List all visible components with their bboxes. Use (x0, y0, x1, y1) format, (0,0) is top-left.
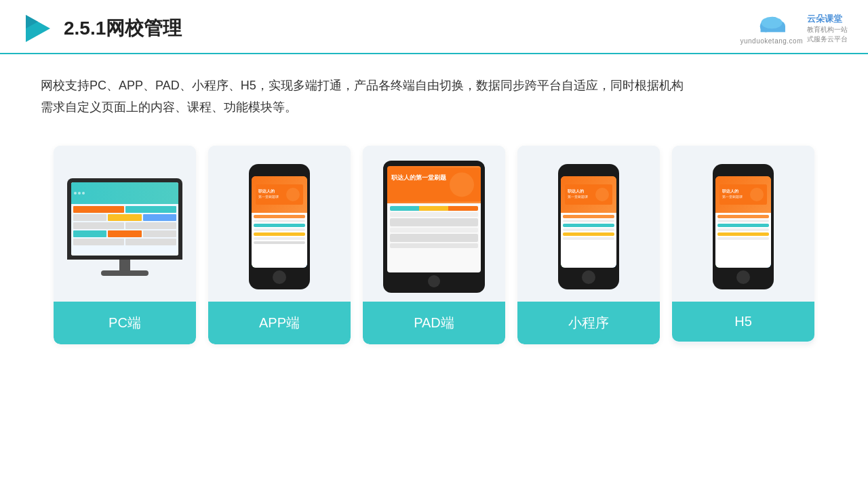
pad-row (390, 228, 478, 232)
phone-notch-h5 (733, 169, 753, 174)
pc-stand-base (101, 270, 149, 276)
header-left: 2.5.1网校管理 (20, 12, 182, 45)
svg-text:第一堂刷题课: 第一堂刷题课 (568, 195, 588, 199)
pc-row-4 (73, 230, 176, 237)
pad-row (390, 234, 478, 242)
pc-screen-body (71, 204, 178, 256)
card-app-image: 职达人的 第一堂刷题课 (208, 146, 351, 302)
card-miniapp: 职达人的 第一堂刷题课 小 (517, 146, 660, 344)
pad-row (390, 243, 478, 248)
phone-row (717, 215, 769, 218)
pad-screen-body (387, 203, 481, 272)
phone-screen-header-h5: 职达人的 第一堂刷题课 (715, 176, 771, 213)
pc-block (125, 206, 176, 213)
phone-row (254, 224, 305, 227)
description-block: 网校支持PC、APP、PAD、小程序、H5，实现多端打通，产品各终端自由切换，数… (0, 54, 868, 125)
page-title: 2.5.1网校管理 (64, 16, 182, 41)
svg-point-22 (750, 188, 764, 201)
phone-home-h5 (736, 270, 750, 284)
card-app: 职达人的 第一堂刷题课 (208, 146, 351, 344)
pc-block (73, 239, 124, 245)
brand-text: 云朵课堂 教育机构一站 式服务云平台 (807, 13, 848, 44)
phone-row (254, 241, 305, 244)
phone-screen-h5: 职达人的 第一堂刷题课 (715, 176, 771, 268)
card-pc: PC端 (54, 146, 196, 344)
pad-row (390, 206, 478, 211)
logo-arrow-icon (20, 12, 53, 45)
svg-text:职达人的: 职达人的 (258, 188, 275, 193)
phone-row (717, 224, 769, 227)
nav-dot-1 (74, 192, 77, 195)
phone-row (717, 228, 769, 231)
pc-mockup (67, 178, 182, 276)
phone-row (254, 232, 305, 236)
svg-point-14 (450, 173, 474, 197)
page-header: 2.5.1网校管理 ✦ yunduoketang.com 云朵课堂 教育机构一站… (0, 0, 868, 54)
pad-header-graphic: 职达人的第一堂刷题 (387, 166, 481, 203)
pc-block (73, 230, 106, 237)
pc-block (108, 230, 141, 237)
h5-header-graphic: 职达人的 第一堂刷题课 (719, 184, 767, 205)
phone-row (254, 215, 305, 218)
phone-mockup-h5: 职达人的 第一堂刷题课 (713, 164, 774, 289)
phone-screen-miniapp: 职达人的 第一堂刷题课 (561, 176, 616, 268)
pc-row-3 (73, 222, 176, 229)
card-pad-image: 职达人的第一堂刷题 (363, 146, 505, 302)
phone-screen-header-miniapp: 职达人的 第一堂刷题课 (561, 176, 616, 213)
pc-block (125, 222, 176, 229)
phone-row (717, 232, 769, 236)
pad-mockup: 职达人的第一堂刷题 (383, 161, 485, 293)
pc-block (143, 214, 176, 221)
phone-row (563, 220, 614, 222)
pc-block (73, 214, 106, 221)
card-app-label: APP端 (208, 302, 351, 344)
card-miniapp-image: 职达人的 第一堂刷题课 (517, 146, 660, 302)
svg-text:✦: ✦ (776, 15, 781, 20)
pc-screen (71, 182, 178, 256)
phone-row (717, 237, 769, 240)
svg-text:职达人的: 职达人的 (722, 188, 738, 193)
pc-stand-neck (119, 260, 130, 270)
pc-screen-top (71, 182, 178, 204)
brand-url: yunduoketang.com (740, 37, 803, 45)
svg-text:第一堂刷题课: 第一堂刷题课 (722, 195, 743, 199)
brand-name: 云朵课堂 (807, 13, 848, 25)
card-pad-label: PAD端 (363, 302, 505, 344)
pc-block (73, 222, 124, 229)
card-h5: 职达人的 第一堂刷题课 H (672, 146, 814, 344)
nav-dot-3 (82, 192, 85, 195)
phone-row (563, 224, 614, 227)
card-pc-image (54, 146, 196, 302)
phone-row (254, 220, 305, 222)
pc-row-5 (73, 239, 176, 245)
card-pad: 职达人的第一堂刷题 PAD端 (363, 146, 505, 344)
phone-row (254, 237, 305, 240)
svg-text:职达人的: 职达人的 (567, 188, 584, 193)
phone-row (563, 237, 614, 240)
phone-row (717, 220, 769, 222)
phone-screen-body-miniapp (561, 213, 616, 268)
description-line2: 需求自定义页面上的内容、课程、功能模块等。 (41, 96, 827, 118)
phone-header-graphic: 职达人的 第一堂刷题课 (256, 184, 303, 205)
card-miniapp-label: 小程序 (517, 302, 660, 344)
phone-row (254, 228, 305, 231)
phone-screen-header: 职达人的 第一堂刷题课 (252, 176, 307, 213)
phone-notch (269, 169, 290, 174)
brand-logo: ✦ yunduoketang.com 云朵课堂 教育机构一站 式服务云平台 (740, 13, 848, 45)
phone-home (273, 270, 286, 284)
pc-block (108, 214, 141, 221)
phone-row (563, 228, 614, 231)
brand-tagline-line1: 教育机构一站 (807, 25, 848, 35)
pad-home (428, 275, 440, 287)
phone-screen-app: 职达人的 第一堂刷题课 (252, 176, 307, 268)
miniapp-header-graphic: 职达人的 第一堂刷题课 (565, 184, 612, 205)
pad-row (390, 212, 478, 217)
pad-screen-header: 职达人的第一堂刷题 (387, 166, 481, 203)
pad-screen: 职达人的第一堂刷题 (387, 166, 481, 272)
pc-row-1 (73, 206, 176, 213)
svg-point-18 (595, 188, 609, 201)
pad-row (390, 218, 478, 226)
phone-home-miniapp (582, 270, 595, 284)
card-h5-label: H5 (672, 302, 814, 342)
svg-text:职达人的第一堂刷题: 职达人的第一堂刷题 (391, 175, 447, 182)
